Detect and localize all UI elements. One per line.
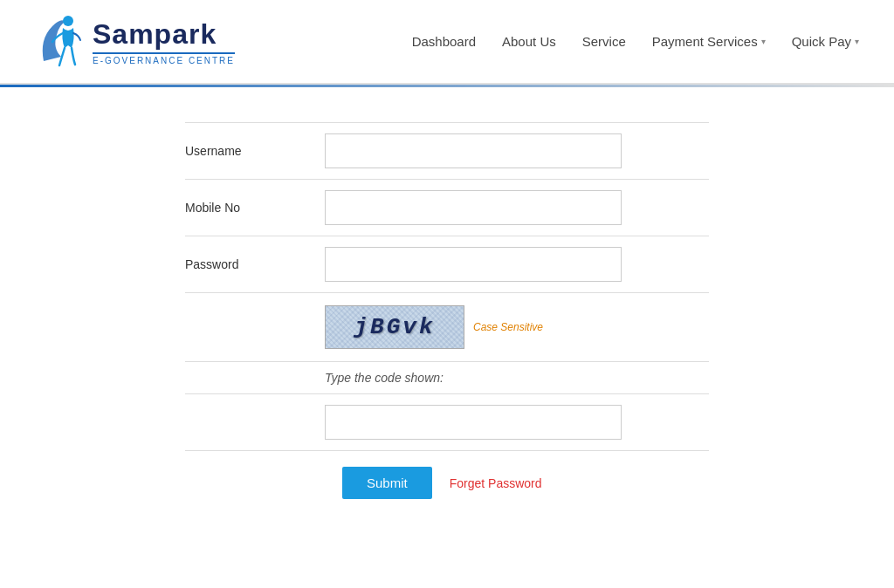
buttons-row: Submit Forget Password [185,451,709,515]
captcha-display-row: jBGvk Case Sensitive [185,293,709,362]
type-code-label-row: Type the code shown: [185,362,709,394]
login-form-container: Username Mobile No Password jBGvk Case S… [185,122,709,515]
password-row: Password [185,236,709,293]
forget-password-link[interactable]: Forget Password [450,476,542,490]
captcha-sensitive-label: Case Sensitive [473,321,543,333]
captcha-input[interactable] [325,405,622,440]
mobile-label: Mobile No [185,201,325,215]
submit-button[interactable]: Submit [342,467,432,499]
logo-text: Sampark E-Governance Centre [93,18,235,65]
quick-pay-chevron-icon: ▾ [855,37,859,46]
username-input[interactable] [325,133,622,168]
nav-about-us[interactable]: About Us [502,34,556,49]
type-code-label: Type the code shown: [325,371,444,385]
logo-subtitle: E-Governance Centre [93,52,235,65]
logo-title: Sampark [93,18,235,51]
code-input-row [185,394,709,451]
captcha-image: jBGvk [325,305,464,349]
mobile-row: Mobile No [185,180,709,236]
password-input[interactable] [325,247,622,282]
site-header: Sampark E-Governance Centre Dashboard Ab… [0,0,894,85]
captcha-text: jBGvk [354,314,435,340]
password-label: Password [185,257,325,271]
nav-dashboard[interactable]: Dashboard [412,34,476,49]
nav-quick-pay[interactable]: Quick Pay ▾ [792,34,859,49]
main-content: Username Mobile No Password jBGvk Case S… [0,87,894,550]
svg-point-0 [63,16,73,26]
payment-services-chevron-icon: ▾ [761,37,766,46]
mobile-input[interactable] [325,190,622,225]
nav-payment-services[interactable]: Payment Services ▾ [652,34,766,49]
nav-service[interactable]: Service [582,34,626,49]
logo-area: Sampark E-Governance Centre [35,9,235,74]
username-row: Username [185,122,709,180]
username-label: Username [185,144,325,158]
logo-icon [35,9,87,74]
main-nav: Dashboard About Us Service Payment Servi… [412,34,859,49]
